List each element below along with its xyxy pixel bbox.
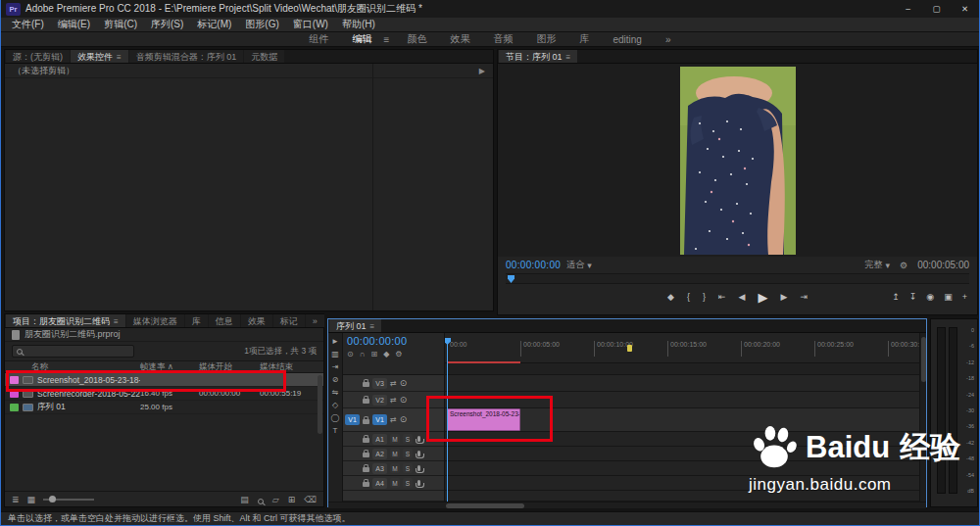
workspace-libraries[interactable]: 库 [567,32,601,46]
timeline-horizontal-scrollbar[interactable] [328,502,926,508]
sequence-marker-icon[interactable] [627,345,632,352]
tab-program-monitor[interactable]: 节目：序列 01 ≡ [499,50,577,63]
list-view-button[interactable]: ≣ [12,495,20,504]
solo-button[interactable]: S [403,449,413,458]
panel-menu-icon[interactable]: ≡ [566,53,571,62]
menu-clip[interactable]: 剪辑(C) [97,18,144,31]
source-patch[interactable] [345,463,360,474]
extract-button[interactable]: ↧ [909,292,917,302]
ripple-edit-tool[interactable]: ⇥ [332,362,339,371]
mic-icon[interactable] [417,480,420,486]
lock-icon[interactable] [363,453,369,457]
project-breadcrumb[interactable]: 朋友圈识别二维码.prproj [5,328,323,342]
track-badge-a3[interactable]: A3 [372,463,387,474]
lift-button[interactable]: ↥ [892,292,900,302]
slip-tool[interactable]: ⇋ [332,388,339,397]
workspace-effects[interactable]: 效果 [438,32,481,46]
track-badge-v3[interactable]: V3 [372,378,387,389]
new-item-button[interactable]: ⊞ [288,495,296,504]
table-row-sequence[interactable]: 序列 01 25.00 fps [5,401,323,414]
settings-wrench-icon[interactable]: ⚙ [900,261,907,270]
mute-button[interactable]: M [390,463,400,473]
hand-tool[interactable]: ◯ [331,413,340,422]
tab-source-monitor[interactable]: 源：(无剪辑) [6,50,70,63]
eye-icon[interactable]: ⊙ [400,396,408,405]
workspace-graphics[interactable]: 图形 [524,32,567,46]
solo-button[interactable]: S [403,478,413,488]
track-badge-v2[interactable]: V2 [372,395,387,406]
mark-in-button[interactable]: { [687,292,690,302]
source-patch-v1[interactable]: V1 [345,414,360,425]
mark-out-button[interactable]: } [703,292,706,302]
solo-button[interactable]: S [403,463,413,473]
track-header-a2[interactable]: A2 M S [343,447,444,461]
minimize-button[interactable]: – [894,0,922,18]
find-icon[interactable] [258,499,264,504]
timeline-timecode[interactable]: 00:00:00:00 [347,335,440,347]
export-frame-button[interactable]: ◉ [926,292,934,302]
track-select-tool[interactable]: ▥ [331,350,339,359]
step-forward-button[interactable]: ▶ [780,292,787,302]
go-to-out-button[interactable]: ⇥ [800,292,808,302]
solo-button[interactable]: S [403,434,413,444]
timeline-settings-icon[interactable]: ⚙ [395,350,402,359]
tab-audio-clip-mixer[interactable]: 音频剪辑混合器：序列 01 [129,50,244,63]
menu-graphics[interactable]: 图形(G) [238,18,285,31]
go-to-in-button[interactable]: ⇤ [718,292,726,302]
tab-effect-controls[interactable]: 效果控件 ≡ [71,50,128,63]
automate-to-sequence-button[interactable]: ▤ [240,495,249,504]
sync-lock-icon[interactable]: ⇄ [390,379,397,388]
menu-marker[interactable]: 标记(M) [190,18,238,31]
maximize-button[interactable]: ▢ [922,0,951,18]
selection-tool[interactable]: ► [331,337,339,346]
menu-file[interactable]: 文件(F) [5,18,51,31]
program-timecode[interactable]: 00:00:00:00 [506,260,561,270]
track-header-v3[interactable]: V3 ⇄ ⊙ [343,375,444,392]
zoom-level-dropdown[interactable]: 适合 ▾ [566,259,592,271]
workspace-overflow-icon[interactable]: » [654,34,683,45]
step-back-button[interactable]: ◀ [739,292,746,302]
panel-menu-icon[interactable]: ≡ [370,322,375,331]
zoom-slider[interactable] [43,499,94,501]
pen-tool[interactable]: ◇ [332,401,338,409]
track-badge-a1[interactable]: A1 [372,434,387,445]
mute-button[interactable]: M [390,434,400,444]
mute-button[interactable]: M [390,478,400,488]
tab-libraries[interactable]: 库 [185,314,208,327]
lock-icon[interactable] [363,482,369,487]
track-badge-a4[interactable]: A4 [372,478,387,489]
eye-icon[interactable]: ⊙ [400,415,408,424]
mic-icon[interactable] [417,451,420,456]
track-header-a4[interactable]: A4 M S [343,476,444,491]
close-button[interactable]: ✕ [951,0,979,18]
playback-resolution-dropdown[interactable]: 完整 ▾ [865,259,891,271]
search-input[interactable] [26,347,129,357]
razor-tool[interactable]: ⊘ [332,375,339,384]
menu-sequence[interactable]: 序列(S) [144,18,190,31]
track-header-master[interactable] [343,491,444,502]
workspace-color[interactable]: 颜色 [395,32,438,46]
lock-icon[interactable] [363,467,369,472]
linked-selection-icon[interactable]: ⊞ [370,350,377,359]
mic-icon[interactable] [417,465,420,471]
clear-button[interactable]: ⌫ [304,495,317,504]
button-editor-button[interactable]: + [962,292,967,302]
menu-window[interactable]: 窗口(W) [286,18,335,31]
eye-icon[interactable]: ⊙ [400,379,408,388]
type-tool[interactable]: T [333,426,338,435]
new-bin-button[interactable]: ▱ [272,495,279,504]
tab-effects[interactable]: 效果 [241,314,272,327]
nest-indicator-icon[interactable]: ⊙ [347,350,354,359]
zoom-slider-knob[interactable] [49,496,56,502]
search-box[interactable] [12,345,134,358]
tab-markers[interactable]: 标记 [273,314,305,327]
timeline-ruler[interactable]: 00:00 00:00:05:00 00:00:10:00 00:00:15:0… [445,333,919,363]
sync-lock-icon[interactable]: ⇄ [390,396,397,405]
tab-metadata[interactable]: 元数据 [244,50,284,63]
tab-project[interactable]: 项目：朋友圈识别二维码 ≡ [6,314,125,327]
sync-lock-icon[interactable]: ⇄ [390,415,397,424]
comparison-view-button[interactable]: ▣ [944,292,953,302]
tab-overflow-icon[interactable]: » [306,314,324,327]
snap-icon[interactable]: ∩ [360,350,366,359]
track-v3-content[interactable] [445,375,919,392]
